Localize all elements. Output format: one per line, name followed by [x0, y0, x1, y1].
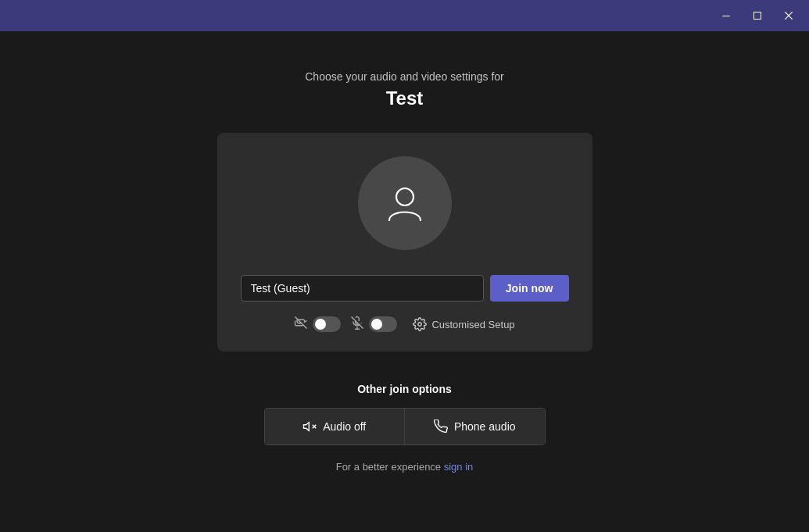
join-options-section: Other join options Audio off Phone audio…	[264, 383, 546, 473]
audio-control-group	[350, 316, 397, 333]
maximize-button[interactable]	[743, 5, 771, 27]
audio-off-label: Audio off	[323, 420, 366, 433]
minimize-button[interactable]	[712, 5, 740, 27]
audio-toggle[interactable]	[369, 316, 397, 332]
audio-off-icon	[302, 420, 317, 434]
svg-marker-8	[304, 423, 310, 431]
phone-audio-button[interactable]: Phone audio	[404, 409, 545, 445]
name-input[interactable]: Test (Guest)	[241, 275, 484, 302]
mic-off-icon	[350, 316, 364, 333]
sign-in-prompt: For a better experience sign in	[336, 461, 474, 473]
video-off-icon	[294, 316, 308, 333]
titlebar	[0, 0, 809, 31]
video-control-group	[294, 316, 341, 333]
svg-point-4	[396, 188, 413, 205]
customised-setup-btn[interactable]: Customised Setup	[413, 317, 514, 331]
controls-row: Customised Setup	[294, 316, 514, 333]
join-row: Test (Guest) Join now	[241, 275, 569, 302]
avatar-icon	[381, 180, 428, 227]
audio-off-button[interactable]: Audio off	[265, 409, 405, 445]
video-toggle-knob	[315, 319, 326, 330]
join-options-row: Audio off Phone audio	[264, 408, 546, 445]
gear-icon	[413, 317, 427, 331]
avatar	[358, 156, 452, 250]
join-options-title: Other join options	[357, 383, 452, 395]
svg-rect-1	[754, 12, 761, 20]
meeting-title: Test	[386, 87, 424, 109]
footer-text: For a better experience	[336, 461, 441, 473]
join-button[interactable]: Join now	[490, 275, 569, 302]
window-controls	[712, 5, 803, 27]
phone-audio-label: Phone audio	[454, 420, 516, 433]
close-button[interactable]	[775, 5, 803, 27]
customised-setup-label: Customised Setup	[431, 319, 514, 330]
video-toggle[interactable]	[313, 316, 341, 332]
phone-icon	[434, 420, 448, 434]
svg-point-7	[418, 323, 422, 327]
audio-toggle-knob	[371, 319, 382, 330]
main-content: Choose your audio and video settings for…	[0, 31, 809, 473]
sign-in-link[interactable]: sign in	[444, 461, 474, 473]
preview-card: Test (Guest) Join now	[217, 133, 592, 352]
svg-rect-0	[722, 16, 730, 16]
settings-subtitle: Choose your audio and video settings for	[305, 70, 504, 83]
